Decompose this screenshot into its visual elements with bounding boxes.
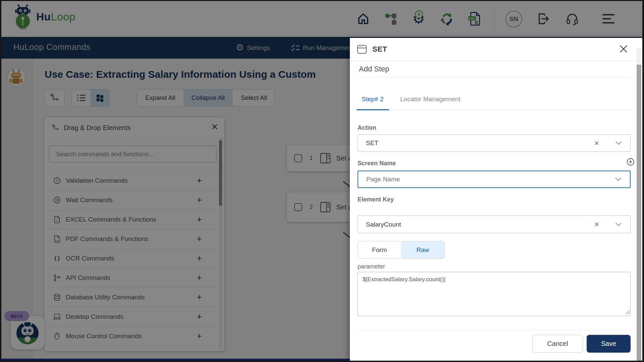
set-step-drawer: SET Add Step Step# 2 Locator Management …	[350, 38, 644, 362]
drawer-tabs: Step# 2 Locator Management	[350, 92, 644, 110]
screen-name-select[interactable]: Page Name	[358, 171, 631, 188]
chevron-down-icon[interactable]	[615, 178, 621, 181]
window-border	[0, 0, 644, 1]
screen-name-label: Screen Name	[358, 160, 396, 167]
footer-divider	[358, 330, 631, 330]
element-key-value: SalaryCount	[366, 221, 401, 228]
save-button[interactable]: Save	[587, 335, 631, 353]
add-screen-icon[interactable]	[627, 158, 635, 166]
action-label: Action	[358, 124, 376, 131]
window-border	[642, 0, 644, 362]
parameter-label: parameter	[358, 263, 385, 270]
tab-locator-management[interactable]: Locator Management	[400, 96, 461, 103]
screen-name-value: Page Name	[366, 176, 400, 183]
active-tab-underline	[357, 109, 389, 110]
textarea-resize-handle[interactable]	[626, 310, 630, 314]
element-key-select[interactable]: SalaryCount ✕	[358, 216, 631, 233]
drawer-scrollbar-thumb[interactable]	[637, 65, 641, 362]
parameter-textarea[interactable]: $[ExtractedSalary.Salary.count()]	[358, 272, 631, 316]
drawer-title: SET	[372, 45, 387, 54]
clear-icon[interactable]: ✕	[594, 221, 599, 228]
raw-toggle-button[interactable]: Raw	[401, 241, 444, 258]
cancel-button[interactable]: Cancel	[532, 335, 583, 353]
tabs-hairline	[357, 110, 631, 110]
app-window: HuLoop ⚙ A	[0, 0, 644, 362]
divider	[358, 77, 631, 78]
chevron-down-icon[interactable]	[615, 223, 622, 226]
chevron-down-icon[interactable]	[615, 141, 622, 145]
window-icon	[357, 44, 367, 54]
tab-step[interactable]: Step# 2	[362, 96, 384, 103]
close-icon[interactable]	[619, 45, 628, 53]
drawer-header: SET	[350, 38, 644, 61]
form-raw-toggle: Form Raw	[358, 241, 445, 259]
clear-icon[interactable]: ✕	[594, 139, 599, 147]
element-key-label: Element Key	[358, 196, 394, 203]
window-border	[0, 361, 644, 362]
action-select[interactable]: SET ✕	[358, 134, 631, 152]
window-border	[0, 0, 1, 362]
add-step-heading: Add Step	[359, 65, 389, 73]
action-value: SET	[366, 139, 378, 147]
form-toggle-button[interactable]: Form	[358, 241, 401, 258]
